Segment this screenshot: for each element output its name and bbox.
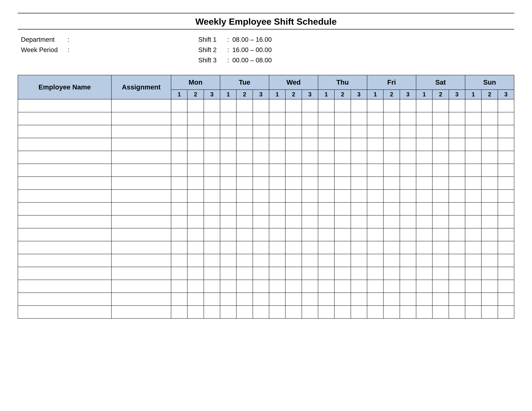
cell-shift[interactable] xyxy=(253,254,269,267)
cell-assignment[interactable] xyxy=(111,254,171,267)
cell-shift[interactable] xyxy=(220,267,236,280)
cell-shift[interactable] xyxy=(465,177,481,189)
cell-shift[interactable] xyxy=(432,112,449,125)
cell-shift[interactable] xyxy=(302,293,318,306)
cell-assignment[interactable] xyxy=(111,125,171,138)
cell-shift[interactable] xyxy=(253,164,269,177)
cell-shift[interactable] xyxy=(204,306,220,318)
cell-shift[interactable] xyxy=(383,125,400,138)
cell-shift[interactable] xyxy=(187,189,204,202)
cell-shift[interactable] xyxy=(187,164,204,177)
cell-shift[interactable] xyxy=(302,306,318,318)
cell-shift[interactable] xyxy=(236,177,253,189)
cell-shift[interactable] xyxy=(285,215,302,228)
cell-shift[interactable] xyxy=(383,306,400,318)
cell-shift[interactable] xyxy=(465,164,481,177)
cell-shift[interactable] xyxy=(204,177,220,189)
cell-shift[interactable] xyxy=(204,151,220,164)
cell-shift[interactable] xyxy=(171,112,187,125)
cell-shift[interactable] xyxy=(416,254,432,267)
cell-shift[interactable] xyxy=(204,267,220,280)
cell-shift[interactable] xyxy=(318,177,334,189)
cell-shift[interactable] xyxy=(253,125,269,138)
cell-shift[interactable] xyxy=(351,293,367,306)
cell-shift[interactable] xyxy=(449,280,465,293)
cell-shift[interactable] xyxy=(432,138,449,151)
cell-shift[interactable] xyxy=(498,177,514,189)
cell-shift[interactable] xyxy=(465,138,481,151)
cell-shift[interactable] xyxy=(481,267,498,280)
cell-shift[interactable] xyxy=(220,280,236,293)
cell-shift[interactable] xyxy=(236,280,253,293)
cell-shift[interactable] xyxy=(269,164,285,177)
cell-shift[interactable] xyxy=(498,228,514,241)
cell-shift[interactable] xyxy=(302,138,318,151)
cell-shift[interactable] xyxy=(367,138,383,151)
cell-shift[interactable] xyxy=(449,215,465,228)
cell-shift[interactable] xyxy=(269,215,285,228)
cell-shift[interactable] xyxy=(285,164,302,177)
cell-shift[interactable] xyxy=(334,306,351,318)
cell-shift[interactable] xyxy=(253,215,269,228)
cell-shift[interactable] xyxy=(334,99,351,112)
cell-shift[interactable] xyxy=(367,228,383,241)
cell-shift[interactable] xyxy=(400,202,416,215)
cell-shift[interactable] xyxy=(187,177,204,189)
cell-shift[interactable] xyxy=(400,112,416,125)
cell-shift[interactable] xyxy=(253,228,269,241)
cell-shift[interactable] xyxy=(220,125,236,138)
cell-shift[interactable] xyxy=(432,254,449,267)
cell-shift[interactable] xyxy=(285,293,302,306)
cell-shift[interactable] xyxy=(187,215,204,228)
cell-assignment[interactable] xyxy=(111,99,171,112)
cell-shift[interactable] xyxy=(465,112,481,125)
cell-shift[interactable] xyxy=(187,99,204,112)
cell-shift[interactable] xyxy=(220,228,236,241)
cell-shift[interactable] xyxy=(383,267,400,280)
cell-shift[interactable] xyxy=(498,151,514,164)
cell-shift[interactable] xyxy=(187,228,204,241)
cell-shift[interactable] xyxy=(220,164,236,177)
cell-shift[interactable] xyxy=(253,241,269,254)
cell-shift[interactable] xyxy=(318,112,334,125)
cell-shift[interactable] xyxy=(400,151,416,164)
cell-shift[interactable] xyxy=(498,138,514,151)
cell-shift[interactable] xyxy=(351,151,367,164)
cell-shift[interactable] xyxy=(449,164,465,177)
cell-shift[interactable] xyxy=(449,241,465,254)
cell-shift[interactable] xyxy=(318,125,334,138)
cell-assignment[interactable] xyxy=(111,112,171,125)
cell-shift[interactable] xyxy=(465,306,481,318)
cell-shift[interactable] xyxy=(416,293,432,306)
cell-shift[interactable] xyxy=(498,306,514,318)
cell-shift[interactable] xyxy=(432,177,449,189)
cell-employee-name[interactable] xyxy=(18,125,111,138)
cell-shift[interactable] xyxy=(204,125,220,138)
cell-shift[interactable] xyxy=(269,228,285,241)
cell-shift[interactable] xyxy=(236,254,253,267)
cell-shift[interactable] xyxy=(285,138,302,151)
cell-shift[interactable] xyxy=(400,293,416,306)
cell-shift[interactable] xyxy=(367,189,383,202)
cell-shift[interactable] xyxy=(416,228,432,241)
cell-employee-name[interactable] xyxy=(18,306,111,318)
cell-shift[interactable] xyxy=(187,241,204,254)
cell-shift[interactable] xyxy=(253,280,269,293)
cell-shift[interactable] xyxy=(383,138,400,151)
cell-shift[interactable] xyxy=(204,99,220,112)
cell-shift[interactable] xyxy=(220,177,236,189)
cell-shift[interactable] xyxy=(318,293,334,306)
cell-shift[interactable] xyxy=(220,99,236,112)
cell-shift[interactable] xyxy=(269,306,285,318)
cell-shift[interactable] xyxy=(171,151,187,164)
cell-shift[interactable] xyxy=(171,228,187,241)
cell-shift[interactable] xyxy=(334,125,351,138)
cell-shift[interactable] xyxy=(367,112,383,125)
cell-shift[interactable] xyxy=(204,202,220,215)
cell-shift[interactable] xyxy=(236,215,253,228)
cell-shift[interactable] xyxy=(302,254,318,267)
cell-shift[interactable] xyxy=(465,293,481,306)
cell-shift[interactable] xyxy=(367,215,383,228)
cell-shift[interactable] xyxy=(383,189,400,202)
cell-assignment[interactable] xyxy=(111,306,171,318)
